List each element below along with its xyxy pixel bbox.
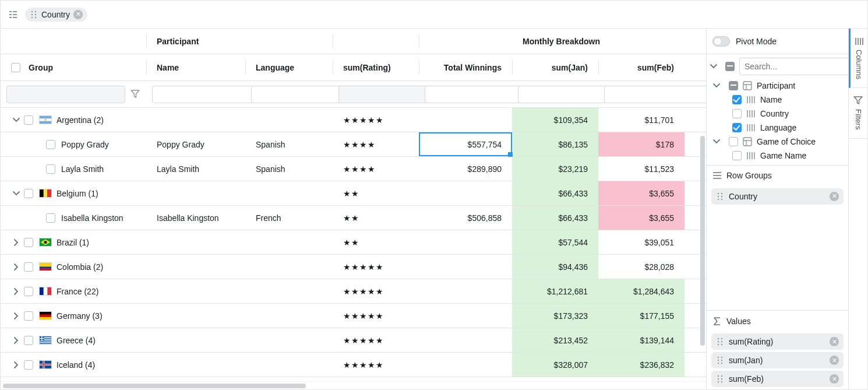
column-header-language[interactable]: Language — [245, 54, 333, 80]
value-pill[interactable]: sum(Rating)✕ — [711, 333, 844, 350]
total-winnings-cell[interactable]: $557,754 — [419, 132, 512, 156]
rating-cell[interactable]: ★★★★ — [333, 132, 419, 156]
chevron-right-icon[interactable] — [11, 262, 22, 272]
select-all-checkbox[interactable] — [11, 63, 20, 72]
chevron-down-icon[interactable] — [711, 137, 722, 146]
pill-remove-icon[interactable]: ✕ — [830, 356, 839, 365]
group-cell[interactable]: Greece (4) — [1, 328, 146, 352]
table-row[interactable]: Argentina (2)★★★★★$109,354$11,701 — [1, 108, 706, 132]
total-winnings-cell[interactable] — [419, 230, 512, 254]
total-winnings-cell[interactable] — [419, 255, 512, 279]
row-checkbox[interactable] — [46, 140, 55, 149]
rating-cell[interactable]: ★★★★ — [333, 157, 419, 181]
language-cell[interactable] — [245, 108, 333, 132]
drag-handle-icon[interactable] — [716, 374, 724, 384]
feb-cell[interactable]: $11,523 — [598, 157, 684, 181]
feb-cell[interactable]: $3,655 — [598, 206, 684, 230]
feb-cell[interactable]: $3,655 — [598, 181, 684, 205]
tab-columns[interactable]: Columns — [849, 29, 867, 88]
row-checkbox[interactable] — [24, 287, 33, 296]
column-header-feb[interactable]: sum(Feb) — [598, 54, 684, 80]
group-cell[interactable]: Layla Smith — [1, 157, 146, 181]
jan-cell[interactable]: $86,135 — [512, 132, 598, 156]
group-cell[interactable]: Colombia (2) — [1, 255, 146, 279]
column-header-jan[interactable]: sum(Jan) — [512, 54, 598, 80]
table-row[interactable]: Brazil (1)★★$57,544$39,051 — [1, 230, 706, 255]
table-row[interactable]: Germany (3)★★★★★$173,323$177,155 — [1, 304, 706, 328]
column-tree-item[interactable]: Country — [709, 107, 844, 121]
name-cell[interactable] — [146, 279, 245, 303]
value-pill[interactable]: sum(Feb)✕ — [711, 371, 844, 387]
language-cell[interactable] — [245, 304, 333, 328]
language-cell[interactable]: Spanish — [245, 132, 333, 156]
chevron-right-icon[interactable] — [11, 311, 22, 321]
column-tree-item[interactable]: Game of Choice — [709, 135, 844, 149]
column-visibility-checkbox[interactable] — [732, 95, 742, 104]
row-group-pill-country[interactable]: Country ✕ — [711, 188, 844, 205]
row-group-chip-country[interactable]: Country ✕ — [25, 8, 87, 22]
group-cell[interactable]: Brazil (1) — [1, 230, 146, 254]
group-cell[interactable]: Argentina (2) — [1, 108, 146, 132]
row-checkbox[interactable] — [24, 336, 33, 345]
horizontal-scrollbar[interactable] — [1, 381, 706, 389]
table-row[interactable]: Colombia (2)★★★★★$94,436$28,028 — [1, 255, 706, 279]
language-cell[interactable] — [245, 279, 333, 303]
row-checkbox[interactable] — [24, 189, 33, 198]
column-header-group[interactable]: Group — [1, 54, 146, 80]
total-winnings-cell[interactable] — [419, 181, 512, 205]
chevron-right-icon[interactable] — [11, 360, 22, 370]
feb-cell[interactable]: $28,028 — [598, 255, 684, 279]
vertical-scrollbar[interactable] — [700, 136, 705, 346]
name-cell[interactable]: Isabella Kingston — [146, 206, 245, 230]
total-winnings-cell[interactable] — [419, 353, 512, 377]
jan-cell[interactable]: $109,354 — [512, 108, 598, 132]
name-cell[interactable] — [146, 108, 245, 132]
pivot-mode-toggle[interactable] — [712, 36, 730, 47]
columns-search-input[interactable] — [739, 58, 848, 75]
name-cell[interactable]: Poppy Grady — [146, 132, 245, 156]
jan-cell[interactable]: $328,007 — [512, 353, 598, 377]
chevron-right-icon[interactable] — [11, 336, 22, 345]
group-cell[interactable]: Iceland (4) — [1, 353, 146, 377]
table-row[interactable]: Isabella KingstonIsabella KingstonFrench… — [1, 206, 706, 230]
group-cell[interactable]: Belgium (1) — [1, 181, 146, 205]
value-pill[interactable]: sum(Jan)✕ — [711, 352, 844, 368]
feb-cell[interactable]: $236,832 — [598, 353, 684, 377]
total-winnings-cell[interactable] — [419, 304, 512, 328]
table-row[interactable]: France (22)★★★★★$1,212,681$1,284,643 — [1, 279, 706, 304]
group-cell[interactable]: Poppy Grady — [1, 132, 146, 156]
row-checkbox[interactable] — [46, 213, 55, 223]
rating-cell[interactable]: ★★★★★ — [333, 279, 419, 303]
table-row[interactable]: Greece (4)★★★★★$213,452$139,144 — [1, 328, 706, 353]
rating-cell[interactable]: ★★★★★ — [333, 353, 419, 377]
grid-body[interactable]: Argentina (2)★★★★★$109,354$11,701Poppy G… — [1, 108, 706, 381]
column-visibility-checkbox[interactable] — [729, 81, 738, 90]
column-tree-item[interactable]: Participant — [709, 79, 844, 93]
row-checkbox[interactable] — [24, 115, 33, 125]
group-cell[interactable]: Isabella Kingston — [1, 206, 146, 230]
jan-cell[interactable]: $213,452 — [512, 328, 598, 352]
group-cell[interactable]: France (22) — [1, 279, 146, 303]
row-checkbox[interactable] — [24, 311, 33, 321]
name-cell[interactable] — [146, 230, 245, 254]
jan-cell[interactable]: $57,544 — [512, 230, 598, 254]
language-cell[interactable] — [245, 255, 333, 279]
rating-cell[interactable]: ★★★★★ — [333, 255, 419, 279]
row-checkbox[interactable] — [24, 238, 33, 247]
drag-handle-icon[interactable] — [716, 337, 724, 346]
jan-cell[interactable]: $66,433 — [512, 181, 598, 205]
rating-cell[interactable]: ★★★★★ — [333, 108, 419, 132]
column-visibility-checkbox[interactable] — [732, 109, 742, 118]
pill-remove-icon[interactable]: ✕ — [830, 192, 839, 201]
table-row[interactable]: Belgium (1)★★$66,433$3,655 — [1, 181, 706, 206]
column-tree-item[interactable]: Language — [709, 121, 844, 135]
filter-input-feb[interactable] — [604, 86, 707, 103]
column-header-rating[interactable]: sum(Rating) — [333, 54, 419, 80]
chip-remove-icon[interactable]: ✕ — [73, 10, 83, 19]
language-cell[interactable] — [245, 181, 333, 205]
rating-cell[interactable]: ★★★★★ — [333, 328, 419, 352]
column-visibility-checkbox[interactable] — [732, 151, 742, 160]
feb-cell[interactable]: $178 — [598, 132, 684, 156]
feb-cell[interactable]: $1,284,643 — [598, 279, 684, 303]
feb-cell[interactable]: $11,701 — [598, 108, 684, 132]
